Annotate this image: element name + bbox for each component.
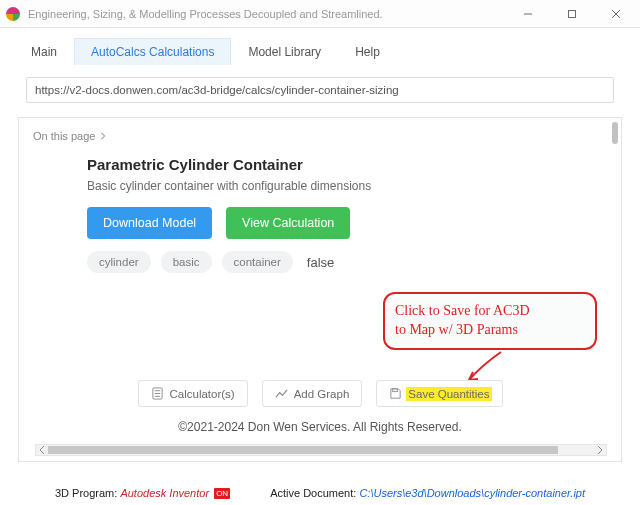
on-this-page-label: On this page [33, 130, 95, 142]
tab-autocalcs[interactable]: AutoCalcs Calculations [74, 38, 231, 65]
app-icon [6, 7, 20, 21]
status-3d-program: 3D Program: Autodesk Inventor ON [55, 487, 230, 499]
window-titlebar: Engineering, Sizing, & Modelling Process… [0, 0, 640, 28]
chevron-right-icon [99, 132, 107, 140]
annotation-line-1: Click to Save for AC3D [395, 302, 585, 321]
model-description: Basic cylinder container with configurab… [87, 179, 543, 193]
status-on-badge: ON [214, 488, 230, 499]
tab-bar: Main AutoCalcs Calculations Model Librar… [0, 28, 640, 65]
calculators-button[interactable]: Calculator(s) [138, 380, 248, 407]
url-row [0, 65, 640, 111]
flag-false: false [307, 255, 334, 270]
window-controls [506, 0, 638, 28]
annotation-callout: Click to Save for AC3D to Map w/ 3D Para… [383, 292, 597, 350]
url-input[interactable] [26, 77, 614, 103]
window-title: Engineering, Sizing, & Modelling Process… [28, 8, 506, 20]
annotation-line-2: to Map w/ 3D Params [395, 321, 585, 340]
view-calculation-button[interactable]: View Calculation [226, 207, 350, 239]
status-active-document: Active Document: C:\Users\e3d\Downloads\… [270, 487, 585, 499]
copyright-text: ©2021-2024 Don Wen Services. All Rights … [19, 420, 621, 434]
tab-main[interactable]: Main [14, 38, 74, 65]
status-program-value: Autodesk Inventor [120, 487, 209, 499]
annotation-arrow-icon [463, 350, 503, 384]
tab-help[interactable]: Help [338, 38, 397, 65]
tab-model-library[interactable]: Model Library [231, 38, 338, 65]
add-graph-label: Add Graph [294, 388, 350, 400]
tag-row: cylinder basic container false [87, 251, 543, 273]
svg-rect-1 [569, 10, 576, 17]
minimize-button[interactable] [506, 0, 550, 28]
save-quantities-label: Save Quantities [406, 387, 491, 401]
status-program-label: 3D Program: [55, 487, 120, 499]
status-bar: 3D Program: Autodesk Inventor ON Active … [0, 481, 640, 505]
tag-container[interactable]: container [222, 251, 293, 273]
save-quantities-button[interactable]: Save Quantities [376, 380, 502, 407]
save-icon [389, 387, 402, 400]
on-this-page[interactable]: On this page [19, 118, 621, 150]
status-doc-value: C:\Users\e3d\Downloads\cylinder-containe… [359, 487, 585, 499]
content-panel: On this page Parametric Cylinder Contain… [18, 117, 622, 462]
calculator-icon [151, 387, 164, 400]
close-button[interactable] [594, 0, 638, 28]
calculators-label: Calculator(s) [170, 388, 235, 400]
vertical-scrollbar[interactable] [612, 122, 618, 144]
horizontal-scrollbar[interactable] [35, 444, 607, 456]
scroll-right-icon[interactable] [594, 444, 606, 456]
tag-cylinder[interactable]: cylinder [87, 251, 151, 273]
svg-rect-8 [393, 389, 398, 392]
tag-basic[interactable]: basic [161, 251, 212, 273]
action-row: Calculator(s) Add Graph Save Quantities [19, 380, 621, 407]
graph-icon [275, 387, 288, 400]
model-title: Parametric Cylinder Container [87, 156, 543, 173]
scroll-left-icon[interactable] [36, 444, 48, 456]
download-model-button[interactable]: Download Model [87, 207, 212, 239]
maximize-button[interactable] [550, 0, 594, 28]
horizontal-scroll-thumb[interactable] [48, 446, 558, 454]
add-graph-button[interactable]: Add Graph [262, 380, 363, 407]
status-doc-label: Active Document: [270, 487, 359, 499]
model-card: Parametric Cylinder Container Basic cyli… [75, 150, 555, 291]
model-button-row: Download Model View Calculation [87, 207, 543, 239]
